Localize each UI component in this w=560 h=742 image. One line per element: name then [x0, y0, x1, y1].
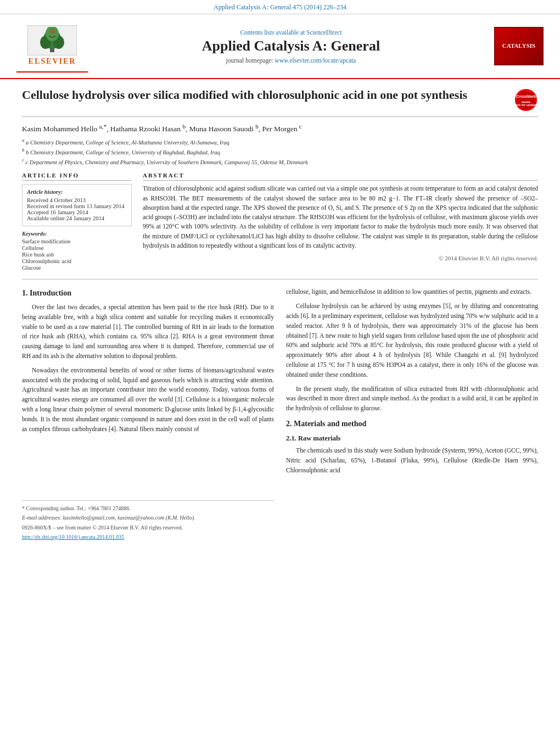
abstract-section: ABSTRACT Titration of chlorosulphonic ac…	[143, 172, 538, 271]
affiliation-a: a a Chemistry Department, College of Sci…	[22, 137, 538, 147]
contents-text: Contents lists available at	[240, 29, 305, 36]
elsevier-tree-logo	[27, 25, 77, 55]
section1-title: 1. Introduction	[22, 287, 274, 299]
body-para-1: Over the last two decades, a special att…	[22, 303, 274, 361]
history-title: Article history:	[27, 189, 127, 195]
copyright-line: © 2014 Elsevier B.V. All rights reserved…	[143, 255, 538, 261]
elsevier-logo: ELSEVIER	[16, 20, 88, 72]
body-col-right: cellulose, lignin, and hemicellulose in …	[286, 287, 538, 542]
body-para-r2: Cellulose hydrolysis can be achieved by …	[286, 302, 538, 380]
article-info: ARTICLE INFO Article history: Received 4…	[22, 172, 132, 271]
affiliation-b: b b Chemistry Department, College of Sci…	[22, 147, 538, 157]
catalysis-label: CATALYSIS	[502, 42, 535, 49]
revised-date: Received in revised form 13 January 2014	[27, 203, 127, 209]
journal-reference-bar: Applied Catalysis A: General 475 (2014) …	[0, 0, 560, 14]
info-abstract-section: ARTICLE INFO Article history: Received 4…	[22, 172, 538, 271]
journal-header: ELSEVIER Contents lists available at Sci…	[0, 14, 560, 79]
abstract-text: Titration of chlorosulphonic acid agains…	[143, 184, 538, 250]
keywords-list: Surface modification Cellulose Rice husk…	[22, 238, 132, 271]
elsevier-label: ELSEVIER	[16, 57, 88, 66]
svg-text:click for updates: click for updates	[516, 103, 536, 107]
available-date: Available online 24 January 2014	[27, 215, 127, 221]
section2-1-title: 2.1. Raw materials	[286, 433, 538, 444]
crossmark-icon: CrossMark click for updates	[515, 89, 537, 111]
received-date: Received 4 October 2013	[27, 197, 127, 203]
body-para-r1: cellulose, lignin, and hemicellulose in …	[286, 287, 538, 297]
keyword-2: Cellulose	[22, 245, 132, 251]
journal-reference: Applied Catalysis A: General 475 (2014) …	[214, 3, 346, 11]
keyword-4: Chlorosulphonic acid	[22, 258, 132, 264]
keyword-1: Surface modification	[22, 238, 132, 244]
footnotes: * Corresponding author. Tel.: +964 7801 …	[22, 500, 274, 542]
section-divider	[22, 279, 538, 280]
body-para-r3: In the present study, the modification o…	[286, 384, 538, 414]
homepage-link[interactable]: www.elsevier.com/locate/apcata	[275, 57, 356, 64]
affiliation-c: c c Department of Physics, Chemistry and…	[22, 157, 538, 166]
section2-title: 2. Materials and method	[286, 418, 538, 430]
footnote-corresponding: * Corresponding author. Tel.: +964 7801 …	[22, 504, 274, 513]
article-title-section: Cellulose hydrolysis over silica modifie…	[22, 87, 538, 117]
body-columns: 1. Introduction Over the last two decade…	[22, 287, 538, 542]
body-para-2: Nowadays the environmental benefits of w…	[22, 366, 274, 434]
body-para-r4: The chemicals used in this study were So…	[286, 446, 538, 475]
accepted-date: Accepted 16 January 2014	[27, 209, 127, 215]
authors: Kasim Mohammed Hello a,*, Hathama Rzooki…	[22, 122, 538, 133]
footnote-email-text: E-mail addresses: kasimhello@gmail.com, …	[22, 515, 195, 521]
footnote-email: E-mail addresses: kasimhello@gmail.com, …	[22, 514, 274, 522]
body-col-left: 1. Introduction Over the last two decade…	[22, 287, 274, 542]
footnote-doi: http://dx.doi.org/10.1016/j.apcata.2014.…	[22, 533, 274, 542]
catalysis-logo: CATALYSIS	[494, 27, 544, 65]
sciencedirect-link[interactable]: ScienceDirect	[306, 29, 342, 36]
author-names: Kasim Mohammed Hello a,*, Hathama Rzooki…	[22, 125, 302, 133]
article-info-header: ARTICLE INFO	[22, 172, 132, 181]
crossmark: CrossMark click for updates	[513, 87, 538, 112]
keyword-5: Glucose	[22, 265, 132, 271]
footnote-issn: 0926-860X/$ – see front matter © 2014 El…	[22, 523, 274, 532]
svg-point-5	[49, 29, 55, 34]
keyword-3: Rice husk ash	[22, 252, 132, 258]
footnote-section: * Corresponding author. Tel.: +964 7801 …	[22, 500, 274, 542]
main-content: Cellulose hydrolysis over silica modifie…	[0, 79, 560, 543]
abstract-header: ABSTRACT	[143, 172, 538, 181]
doi-link[interactable]: http://dx.doi.org/10.1016/j.apcata.2014.…	[22, 534, 124, 540]
keywords-block: Keywords: Surface modification Cellulose…	[22, 231, 132, 271]
homepage-line: journal homepage: www.elsevier.com/locat…	[88, 57, 494, 64]
contents-line: Contents lists available at ScienceDirec…	[88, 29, 494, 36]
journal-title: Applied Catalysis A: General	[88, 38, 494, 54]
footnote-corresponding-text: * Corresponding author. Tel.: +964 7801 …	[22, 505, 131, 511]
svg-text:CrossMark: CrossMark	[516, 94, 536, 98]
keywords-title: Keywords:	[22, 231, 132, 237]
affiliations: a a Chemistry Department, College of Sci…	[22, 137, 538, 167]
article-history-block: Article history: Received 4 October 2013…	[22, 184, 132, 226]
journal-center: Contents lists available at ScienceDirec…	[88, 29, 494, 64]
article-title: Cellulose hydrolysis over silica modifie…	[22, 87, 513, 103]
